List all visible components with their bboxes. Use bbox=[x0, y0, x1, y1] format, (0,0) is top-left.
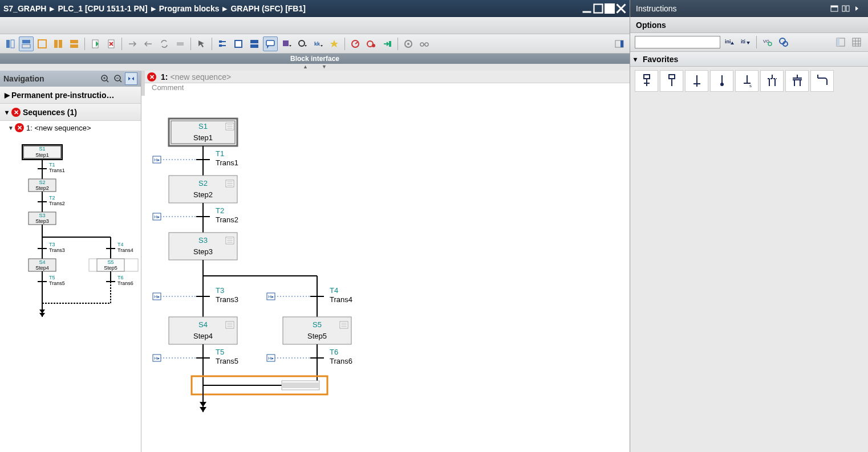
tb-insert-icon[interactable] bbox=[88, 36, 103, 51]
tb-goto1-icon[interactable] bbox=[125, 36, 140, 51]
svg-rect-5 bbox=[22, 40, 30, 43]
svg-text:H▸: H▸ bbox=[154, 356, 160, 361]
svg-rect-10 bbox=[70, 40, 78, 43]
fav-transition-icon[interactable] bbox=[685, 70, 708, 92]
branch-merge-selected[interactable] bbox=[192, 376, 327, 394]
editor-pane: S7_GRAPH ▶ PLC_1 [CPU 1511-1 PN] ▶ Progr… bbox=[0, 0, 630, 452]
panel-expand-icon[interactable] bbox=[852, 4, 862, 13]
filter-vg-icon[interactable]: VG bbox=[761, 35, 774, 49]
transition-t1[interactable]: T1 Trans1 H▸ bbox=[153, 149, 238, 167]
fav-sequence-end-icon[interactable] bbox=[710, 70, 733, 92]
editor-body: Navigation ▶ Permanent pre-instructio… ▾… bbox=[0, 71, 630, 452]
tb-fav-icon[interactable] bbox=[327, 36, 342, 51]
step-s2[interactable]: S2 Step2 bbox=[169, 176, 237, 203]
transition-t4[interactable]: T4 Trans4 H▸ bbox=[267, 286, 352, 304]
tb-struct1-icon[interactable] bbox=[215, 36, 230, 51]
fav-close-branch-icon[interactable] bbox=[810, 70, 834, 92]
sequence-canvas[interactable]: S1 Step1 T1 Trans1 H▸ bbox=[141, 96, 630, 452]
step-s4[interactable]: S4 Step4 bbox=[169, 317, 237, 344]
fav-alt-branch-icon[interactable] bbox=[760, 70, 784, 92]
nav-tree-sequence-item[interactable]: ▼ ✕ 1: <new sequence> bbox=[0, 121, 141, 135]
maximize-icon[interactable] bbox=[605, 4, 615, 13]
grid-view-icon[interactable] bbox=[850, 35, 863, 49]
nav-seq-label: Sequences (1) bbox=[23, 108, 77, 117]
transition-t3[interactable]: T3 Trans3 H▸ bbox=[153, 286, 238, 304]
search-input[interactable] bbox=[635, 36, 720, 48]
tb-view5-icon[interactable] bbox=[67, 36, 82, 51]
tb-glasses-icon[interactable] bbox=[417, 36, 432, 51]
transition-t2[interactable]: T2 Trans2 H▸ bbox=[153, 206, 238, 224]
panel-icon1[interactable] bbox=[829, 4, 839, 13]
fav-sim-branch-icon[interactable] bbox=[785, 70, 809, 92]
svg-text:T3: T3 bbox=[216, 286, 224, 295]
close-icon[interactable] bbox=[616, 4, 626, 13]
tb-comment-icon[interactable] bbox=[263, 36, 278, 51]
options-header[interactable]: Options bbox=[630, 17, 868, 33]
breadcrumb-2[interactable]: Program blocks bbox=[159, 4, 220, 13]
minimize-icon[interactable] bbox=[582, 4, 592, 13]
svg-rect-160 bbox=[846, 6, 849, 11]
tb-stop-icon[interactable] bbox=[364, 36, 379, 51]
step-s1[interactable]: S1 Step1 bbox=[169, 119, 237, 146]
tb-right-panel-icon[interactable] bbox=[612, 36, 627, 51]
tb-struct3-icon[interactable] bbox=[247, 36, 262, 51]
search-down-icon[interactable]: ini bbox=[723, 35, 736, 49]
svg-rect-16 bbox=[219, 44, 222, 47]
step-s3[interactable]: S3 Step3 bbox=[169, 233, 237, 260]
nav-row-sequences[interactable]: ▾ ✕ Sequences (1) bbox=[0, 104, 141, 121]
tb-test-icon[interactable] bbox=[401, 36, 416, 51]
breadcrumb-0[interactable]: S7_GRAPH bbox=[3, 4, 46, 13]
favorites-header[interactable]: ▾ Favorites bbox=[630, 52, 868, 67]
block-interface-header[interactable]: Block interface bbox=[0, 54, 630, 64]
list-view-icon[interactable] bbox=[834, 35, 847, 49]
tb-hex-down-icon[interactable]: kk bbox=[311, 36, 326, 51]
tb-view4-icon[interactable] bbox=[51, 36, 66, 51]
svg-text:T1: T1 bbox=[216, 149, 224, 158]
chevron-right-icon: ▶ bbox=[2, 91, 11, 99]
nav-row-pre-instructions[interactable]: ▶ Permanent pre-instructio… bbox=[0, 87, 141, 104]
tb-monitor-icon[interactable] bbox=[348, 36, 363, 51]
tb-sync-icon[interactable] bbox=[157, 36, 172, 51]
canvas-comment[interactable]: Comment bbox=[141, 83, 630, 96]
tb-tag-icon[interactable] bbox=[173, 36, 188, 51]
interface-collapse-handles[interactable]: ▲▼ bbox=[0, 64, 630, 71]
svg-rect-14 bbox=[177, 42, 184, 46]
sync-view-icon[interactable] bbox=[125, 72, 137, 85]
fav-step-transition-icon[interactable] bbox=[635, 70, 658, 92]
mm-t3-name: Trans3 bbox=[49, 247, 65, 253]
svg-text:Trans6: Trans6 bbox=[330, 357, 352, 365]
tb-view2-icon[interactable] bbox=[19, 36, 34, 51]
tree-twisty-icon: ▼ bbox=[8, 125, 15, 131]
breadcrumb-sep: ▶ bbox=[50, 5, 54, 13]
restore-icon[interactable] bbox=[593, 4, 603, 13]
step-s5[interactable]: S5 Step5 bbox=[283, 317, 351, 344]
breadcrumb-3[interactable]: GRAPH (SFC) [FB1] bbox=[230, 4, 305, 13]
tb-goose-down-icon[interactable] bbox=[295, 36, 310, 51]
svg-point-30 bbox=[407, 43, 409, 45]
fav-step-icon[interactable] bbox=[660, 70, 683, 92]
fav-jump-icon[interactable]: s bbox=[735, 70, 759, 92]
tb-delete-icon[interactable] bbox=[104, 36, 119, 51]
transition-t6[interactable]: T6 Trans6 H▸ bbox=[267, 348, 352, 365]
tb-brace-down-icon[interactable] bbox=[279, 36, 294, 51]
zoom-out-icon[interactable] bbox=[112, 72, 124, 85]
mm-s5-name: Step5 bbox=[104, 265, 117, 271]
breadcrumb-sep: ▶ bbox=[222, 5, 227, 13]
tb-goto-err-icon[interactable] bbox=[380, 36, 395, 51]
tb-goto2-icon[interactable] bbox=[141, 36, 156, 51]
svg-rect-22 bbox=[283, 40, 289, 46]
tb-view3-icon[interactable] bbox=[35, 36, 50, 51]
search-up-icon[interactable]: iti bbox=[739, 35, 752, 49]
sequence-minimap[interactable]: S1 Step1 T1 Trans1 S2 Step2 T2 Trans2 bbox=[0, 135, 141, 452]
svg-rect-11 bbox=[70, 44, 78, 48]
filter-gear-icon[interactable] bbox=[777, 35, 790, 49]
svg-text:Trans1: Trans1 bbox=[216, 158, 238, 167]
tb-pointer-icon[interactable] bbox=[194, 36, 209, 51]
transition-t5[interactable]: T5 Trans5 H▸ bbox=[153, 348, 238, 365]
tb-view1-icon[interactable] bbox=[3, 36, 18, 51]
tb-struct2-icon[interactable] bbox=[231, 36, 246, 51]
canvas-seq-name[interactable]: <new sequence> bbox=[170, 72, 231, 82]
breadcrumb-1[interactable]: PLC_1 [CPU 1511-1 PN] bbox=[58, 4, 147, 13]
zoom-in-icon[interactable] bbox=[99, 72, 111, 85]
panel-icon2[interactable] bbox=[841, 4, 851, 13]
